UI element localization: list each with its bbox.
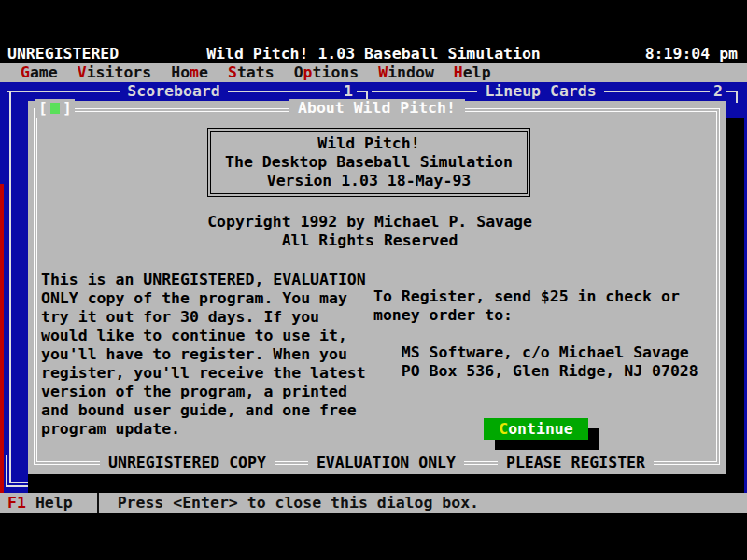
status-separator [97,493,99,513]
frame-line [7,91,120,92]
window-number: 2 [710,82,726,101]
text-line: Wild Pitch! [211,134,527,153]
continue-button[interactable]: Continue [484,418,588,440]
dialog-footer: UNREGISTERED COPYEVALUATION ONLYPLEASE R… [56,454,698,472]
close-button[interactable]: [] [35,99,75,118]
window-title: Scoreboard [120,82,227,101]
f1-help-label: Help [35,493,73,513]
text-line: MS Software, c/o Michael Savage [374,343,698,362]
close-square-icon [50,103,60,114]
text-line: All Rights Reserved [28,231,712,250]
inner-frame-corner-h [6,485,28,487]
menu-item-options[interactable]: Options [294,63,359,82]
dos-screen: UNREGISTERED Wild Pitch! 1.03 Baseball S… [0,0,747,560]
button-label-post: ontinue [508,420,573,438]
menu-item-window[interactable]: Window [378,63,434,82]
scoreboard-left-border [9,91,11,483]
text-line: register, you'll receive the latest [41,364,366,383]
text-line: ONLY copy of the program. You may [41,289,366,308]
frame-corner [726,91,738,103]
inner-frame-corner-v [6,455,7,487]
scoreboard-bottom-corner [9,482,28,483]
app-title: Wild Pitch! 1.03 Baseball Simulation [0,45,747,63]
menu-item-visitors[interactable]: Visitors [78,63,151,82]
dialog-title-row: About Wild Pitch! [28,99,726,118]
evaluation-text: This is an UNREGISTERED, EVALUATIONONLY … [41,271,366,439]
close-bracket-left: [ [38,99,48,117]
app-title-bar: UNREGISTERED Wild Pitch! 1.03 Baseball S… [0,45,747,63]
copyright-block: Copyright 1992 by Michael P. SavageAll R… [28,213,712,250]
window-number: 1 [340,82,357,101]
about-dialog: About Wild Pitch! [] Wild Pitch!The Desk… [28,101,726,474]
text-line: The Desktop Baseball Simulation [211,153,527,172]
menu-bar: GameVisitorsHomeStatsOptionsWindowHelp [0,63,747,82]
register-text: To Register, send $25 in check ormoney o… [374,287,698,381]
status-bar: F1 Help Press <Enter> to close this dial… [0,493,747,513]
red-edge-stripe [0,184,4,493]
menu-item-stats[interactable]: Stats [228,63,275,82]
menu-item-help[interactable]: Help [454,63,491,82]
menu-item-home[interactable]: Home [171,63,208,82]
dialog-footer-text: UNREGISTERED COPY [100,454,275,472]
window-scoreboard-titlebar[interactable]: Scoreboard 1 [7,82,368,101]
about-box: Wild Pitch!The Desktop Baseball Simulati… [207,128,530,197]
button-label-hotkey: C [499,420,508,438]
text-line: you'll have to register. When you [41,345,366,364]
text-line [374,325,698,343]
window-lineup-cards-titlebar[interactable]: Lineup Cards 2 [372,82,738,101]
text-line: PO Box 536, Glen Ridge, NJ 07028 [374,362,698,381]
text-line: To Register, send $25 in check or [374,287,698,306]
text-line: would like to continue to use it, [41,327,366,345]
text-line: Copyright 1992 by Michael P. Savage [28,213,712,231]
desktop: Scoreboard 1 Lineup Cards 2 About Wild P… [0,82,747,493]
status-message: Press <Enter> to close this dialog box. [118,493,479,513]
text-line: version of the program, a printed [41,383,366,401]
frame-line [228,91,340,92]
close-bracket-right: ] [63,99,72,117]
text-line: Version 1.03 18-May-93 [211,172,527,190]
dialog-footer-text: EVALUATION ONLY [308,454,464,472]
dialog-title: About Wild Pitch! [289,99,465,118]
f1-help-key[interactable]: F1 [7,493,26,513]
clock: 8:19:04 pm [645,45,738,63]
window-title: Lineup Cards [477,82,603,101]
text-line: program update. [41,420,366,439]
text-line: try it out for 30 days. If you [41,308,366,327]
text-line: money order to: [374,306,698,325]
text-line: This is an UNREGISTERED, EVALUATION [41,271,366,289]
text-line: and bound user guide, and one free [41,401,366,420]
frame-line [604,91,710,92]
frame-line [372,91,477,92]
dialog-footer-text: PLEASE REGISTER [498,454,654,472]
menu-item-game[interactable]: Game [21,63,58,82]
